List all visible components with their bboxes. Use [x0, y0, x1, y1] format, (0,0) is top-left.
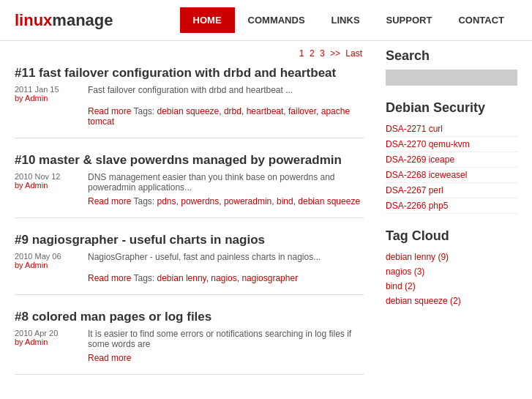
debian-security-link-3[interactable]: DSA-2268 iceweasel	[386, 168, 517, 183]
tag-cloud-item-2[interactable]: bind (2)	[386, 279, 517, 294]
pagination-link-3[interactable]: >>	[330, 48, 340, 59]
debian-security-link-1[interactable]: DSA-2270 qemu-kvm	[386, 137, 517, 152]
logo[interactable]: linuxmanage	[15, 11, 113, 30]
tag-2-2[interactable]: nagiosgrapher	[241, 273, 298, 283]
post-by-2[interactable]: by Admin	[15, 261, 80, 269]
debian-security-link-4[interactable]: DSA-2267 perl	[386, 183, 517, 198]
pagination-link-1[interactable]: 2	[310, 48, 315, 59]
content-wrapper: 1 2 3 >> Last #11 fast failover configur…	[0, 41, 532, 397]
post-by-3[interactable]: by Admin	[15, 338, 80, 346]
search-section: Search	[386, 48, 517, 86]
tags-label-1: Tags:	[131, 196, 157, 206]
sidebar: Search Debian Security DSA-2271 curlDSA-…	[386, 48, 517, 389]
post-title-1: #10 master & slave powerdns managed by p…	[15, 153, 364, 168]
debian-security-label: Debian Security	[386, 100, 517, 116]
tag-0-0[interactable]: debian squeeze	[157, 106, 220, 116]
logo-black: manage	[52, 11, 113, 29]
tag-cloud-label: Tag Cloud	[386, 228, 517, 244]
read-more-3[interactable]: Read more	[88, 353, 131, 363]
post-by-0[interactable]: by Admin	[15, 94, 80, 102]
header: linuxmanage HOMECOMMANDSLINKSSUPPORTCONT…	[0, 0, 532, 41]
debian-security-link-5[interactable]: DSA-2266 php5	[386, 198, 517, 214]
posts-container: #11 fast failover configuration with drb…	[15, 66, 364, 375]
post-1: #10 master & slave powerdns managed by p…	[15, 153, 364, 218]
debian-security-link-0[interactable]: DSA-2271 curl	[386, 122, 517, 137]
tag-cloud-item-1[interactable]: nagios (3)	[386, 264, 517, 279]
post-title-2: #9 nagiosgrapher - useful charts in nagi…	[15, 233, 364, 247]
post-date-col-0: 2011 Jan 15by Admin	[15, 85, 80, 102]
post-0: #11 fast failover configuration with drb…	[15, 66, 364, 138]
post-by-1[interactable]: by Admin	[15, 181, 80, 190]
post-3: #8 colored man pages or log files2010 Ap…	[15, 310, 364, 375]
main-content: 1 2 3 >> Last #11 fast failover configur…	[15, 48, 386, 389]
post-title-3: #8 colored man pages or log files	[15, 310, 364, 324]
post-excerpt-1: DNS management easier than you think bas…	[88, 172, 364, 193]
nav-item-links[interactable]: LINKS	[318, 7, 373, 33]
tag-cloud-item-3[interactable]: debian squeeze (2)	[386, 294, 517, 308]
post-excerpt-0: Fast failover configuration with drbd an…	[88, 85, 364, 102]
post-row-0: 2011 Jan 15by AdminFast failover configu…	[15, 85, 364, 102]
post-footer-0: Read more Tags: debian squeeze, drbd, he…	[15, 106, 364, 127]
tag-2-0[interactable]: debian lenny	[157, 273, 206, 283]
tag-0-2[interactable]: heartbeat	[247, 106, 284, 116]
logo-red: linux	[15, 11, 52, 29]
pagination-link-0[interactable]: 1	[299, 48, 304, 59]
tag-0-3[interactable]: failover	[288, 106, 316, 116]
post-date-col-1: 2010 Nov 12by Admin	[15, 172, 80, 193]
tag-cloud-item-0[interactable]: debian lenny (9)	[386, 250, 517, 264]
post-footer-1: Read more Tags: pdns, powerdns, poweradm…	[15, 196, 364, 206]
main-nav: HOMECOMMANDSLINKSSUPPORTCONTACT	[180, 7, 517, 33]
search-label: Search	[386, 48, 517, 64]
post-excerpt-3: It is easier to find some errors or noti…	[88, 329, 364, 349]
tag-2-1[interactable]: nagios	[211, 273, 236, 283]
tag-1-0[interactable]: pdns	[157, 196, 176, 206]
tag-1-2[interactable]: poweradmin	[224, 196, 271, 206]
read-more-2[interactable]: Read more	[88, 273, 131, 283]
post-row-3: 2010 Apr 20by AdminIt is easier to find …	[15, 329, 364, 349]
debian-security-links: DSA-2271 curlDSA-2270 qemu-kvmDSA-2269 i…	[386, 122, 517, 214]
post-footer-3: Read more	[15, 353, 364, 363]
post-date-col-3: 2010 Apr 20by Admin	[15, 329, 80, 349]
nav-item-home[interactable]: HOME	[180, 7, 235, 33]
post-title-0: #11 fast failover configuration with drb…	[15, 66, 364, 81]
pagination: 1 2 3 >> Last	[15, 48, 364, 59]
tags-label-2: Tags:	[131, 273, 157, 283]
post-date-col-2: 2010 May 06by Admin	[15, 252, 80, 269]
debian-security-link-2[interactable]: DSA-2269 iceape	[386, 152, 517, 168]
post-2: #9 nagiosgrapher - useful charts in nagi…	[15, 233, 364, 295]
tag-cloud-links: debian lenny (9)nagios (3)bind (2)debian…	[386, 250, 517, 308]
tags-label-0: Tags:	[131, 106, 157, 116]
read-more-0[interactable]: Read more	[88, 106, 131, 116]
debian-security-section: Debian Security DSA-2271 curlDSA-2270 qe…	[386, 100, 517, 214]
nav-item-commands[interactable]: COMMANDS	[235, 7, 318, 33]
post-row-2: 2010 May 06by AdminNagiosGrapher - usefu…	[15, 252, 364, 269]
tag-1-1[interactable]: powerdns	[181, 196, 219, 206]
post-footer-2: Read more Tags: debian lenny, nagios, na…	[15, 273, 364, 283]
post-excerpt-2: NagiosGrapher - useful, fast and painles…	[88, 252, 364, 269]
nav-item-support[interactable]: SUPPORT	[373, 7, 446, 33]
tag-cloud-section: Tag Cloud debian lenny (9)nagios (3)bind…	[386, 228, 517, 308]
tag-1-4[interactable]: debian squeeze	[298, 196, 360, 206]
read-more-1[interactable]: Read more	[88, 196, 131, 206]
pagination-link-4[interactable]: Last	[345, 48, 362, 59]
search-bar[interactable]	[386, 70, 517, 86]
pagination-link-2[interactable]: 3	[320, 48, 325, 59]
tag-0-1[interactable]: drbd	[224, 106, 241, 116]
nav-item-contact[interactable]: CONTACT	[445, 7, 517, 33]
post-row-1: 2010 Nov 12by AdminDNS management easier…	[15, 172, 364, 193]
tag-1-3[interactable]: bind	[277, 196, 293, 206]
